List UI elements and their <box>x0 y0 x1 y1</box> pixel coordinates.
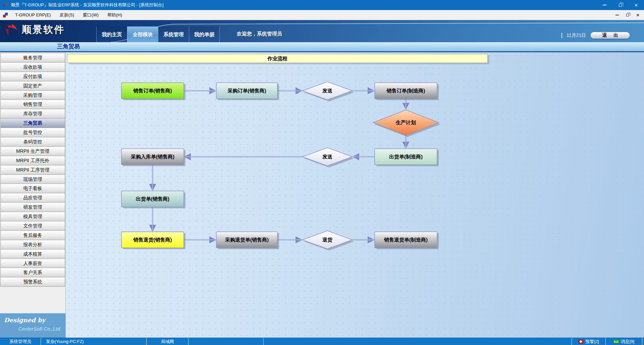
window-controls: × <box>597 0 644 10</box>
status-bar: 系统管理员 复杂(Young-PC:FZ) 局域网 预警[2] 消息[9] <box>0 338 644 345</box>
status-user: 系统管理员 <box>0 338 41 345</box>
sidebar-item[interactable]: 电子看板 <box>0 184 65 193</box>
status-network: 局域网 <box>147 338 189 345</box>
menu-item[interactable]: 皮肤(S) <box>55 10 78 20</box>
sidebar-item[interactable]: 成本核算 <box>0 249 65 259</box>
flow-node-label: 销售订单(销售商) <box>133 88 172 93</box>
flow-node-send-1[interactable]: 发送 <box>303 82 354 101</box>
mdi-close-icon[interactable]: × <box>636 12 639 17</box>
sidebar-item[interactable]: MRPII 工序托外 <box>0 156 65 165</box>
flow-node-label: 采购退货单(销售商) <box>225 237 269 243</box>
message-icon <box>613 340 619 343</box>
flow-node-shipment-seller[interactable]: 出货单(销售商) <box>121 191 185 208</box>
sidebar-items: 账务管理应收款项应付款项固定资产采购管理销售管理库存管理三角贸易批号管控条码管控… <box>0 53 65 287</box>
flow-node-label: 采购入库单(销售商) <box>130 154 174 159</box>
workflow-canvas: 作业流程 销售订单(销售商)采购订单(销售商)发送销售订单(制造商)生产计划采购… <box>66 52 644 338</box>
sidebar-item[interactable]: 固定资产 <box>0 81 65 91</box>
header-banner: 顺景软件 我的主页全部模块系统管理我的单据 欢迎您，系统管理员 11月21日 退… <box>0 20 644 42</box>
app-logo-icon <box>3 2 9 8</box>
sidebar-item[interactable]: 模具管理 <box>0 212 65 221</box>
sidebar-item[interactable]: 人事薪资 <box>0 259 65 268</box>
window-title: 顺景『T-GROUP』制造业ERP系统 - 东莞顺景软件科技有限公司 - [系统… <box>11 2 163 8</box>
flow-node-return-1[interactable]: 退货 <box>303 231 354 251</box>
flow-node-label: 销售订单(制造商) <box>386 88 425 93</box>
sidebar-item[interactable]: 售后服务 <box>0 230 65 240</box>
sidebar-item[interactable]: 客户关系 <box>0 268 65 277</box>
menu-bar: T-GROUP ERP(E)皮肤(S)窗口(W)帮助(H) × <box>0 10 644 20</box>
designed-by-panel: Designed by CenterSoft Co.,Ltd. <box>0 313 65 338</box>
menu-items: T-GROUP ERP(E)皮肤(S)窗口(W)帮助(H) <box>11 10 126 20</box>
minimize-icon[interactable] <box>597 0 612 10</box>
header-tab[interactable]: 我的主页 <box>96 26 127 42</box>
header-tab[interactable]: 我的单据 <box>189 26 220 42</box>
flow-node-label: 采购订单(销售商) <box>227 88 266 93</box>
header-tab[interactable]: 系统管理 <box>158 26 189 42</box>
module-title-bar: 三角贸易 <box>0 42 644 52</box>
sidebar-item[interactable]: 账务管理 <box>0 53 65 63</box>
flow-node-shipment-manufacturer[interactable]: 出货单(制造商) <box>375 149 439 166</box>
sidebar-item[interactable]: 应付款项 <box>0 72 65 81</box>
sidebar-item[interactable]: 报表分析 <box>0 240 65 250</box>
sidebar-item[interactable]: MRPII 工序管理 <box>0 165 65 175</box>
date-label: 11月21日 <box>567 32 586 39</box>
flow-node-production-plan[interactable]: 生产计划 <box>373 110 440 137</box>
status-empty-2 <box>264 338 572 345</box>
sidebar-item[interactable]: 批号管控 <box>0 128 65 137</box>
sidebar-item[interactable]: 研发管理 <box>0 202 65 212</box>
status-host: 复杂(Young-PC:FZ) <box>41 338 147 345</box>
sidebar-item[interactable]: 品质管理 <box>0 193 65 203</box>
flow-node-sales-order-seller[interactable]: 销售订单(销售商) <box>121 83 185 100</box>
flow-node-label: 销售退货单(制造商) <box>384 237 428 243</box>
sidebar-item[interactable]: 采购管理 <box>0 90 65 100</box>
flow-node-label: 发送 <box>322 154 332 159</box>
sidebar-item[interactable]: 销售管理 <box>0 99 65 109</box>
flow-node-label: 生产计划 <box>395 120 416 125</box>
alerts-label: 预警[2] <box>585 339 599 345</box>
flow-node-label: 退货 <box>322 237 333 243</box>
menu-item[interactable]: 窗口(W) <box>78 10 103 20</box>
menu-item[interactable]: 帮助(H) <box>103 10 126 20</box>
flow-node-label: 发送 <box>322 88 332 93</box>
sidebar-item[interactable]: 现场管理 <box>0 175 65 184</box>
title-bar: 顺景『T-GROUP』制造业ERP系统 - 东莞顺景软件科技有限公司 - [系统… <box>0 0 644 10</box>
mdi-minimize-icon[interactable] <box>615 15 619 15</box>
flow-node-label: 销售退货(销售商) <box>133 237 172 243</box>
brand-name: 顺景软件 <box>22 23 65 37</box>
sidebar-item[interactable]: 文件管理 <box>0 221 65 231</box>
flow-node-sales-return-manufacturer[interactable]: 销售退货单(制造商) <box>375 232 439 249</box>
menu-item[interactable]: T-GROUP ERP(E) <box>11 10 55 20</box>
mdi-window-controls: × <box>615 12 644 17</box>
flow-node-send-2[interactable]: 发送 <box>303 148 354 167</box>
brand-logo-icon <box>4 22 19 37</box>
status-end <box>642 338 644 345</box>
flow-node-sales-return-seller[interactable]: 销售退货(销售商) <box>121 232 185 249</box>
header-tabs: 我的主页全部模块系统管理我的单据 <box>96 26 220 42</box>
flow-node-purchase-inbound-seller[interactable]: 采购入库单(销售商) <box>121 149 185 166</box>
restore-icon[interactable] <box>612 0 628 10</box>
status-alerts[interactable]: 预警[2] <box>572 338 606 345</box>
status-messages[interactable]: 消息[9] <box>606 338 642 345</box>
alert-icon <box>578 340 583 344</box>
company-name: CenterSoft Co.,Ltd. <box>4 326 61 332</box>
exit-button[interactable]: 退 出 <box>590 32 630 39</box>
mdi-app-icon <box>3 12 8 18</box>
flowchart-svg: 销售订单(销售商)采购订单(销售商)发送销售订单(制造商)生产计划采购入库单(销… <box>66 52 644 338</box>
flow-node-purchase-return-seller[interactable]: 采购退货单(销售商) <box>216 232 279 249</box>
sidebar-item[interactable]: 条码管控 <box>0 137 65 147</box>
header-right: 11月21日 退 出 <box>561 32 630 39</box>
close-icon[interactable]: × <box>628 0 644 10</box>
sidebar-item[interactable]: 预警系统 <box>0 277 65 287</box>
sidebar-item[interactable]: MRPII 生产管理 <box>0 146 65 156</box>
status-empty-1 <box>189 338 264 345</box>
brand-logo: 顺景软件 <box>4 22 65 37</box>
content-area: 账务管理应收款项应付款项固定资产采购管理销售管理库存管理三角贸易批号管控条码管控… <box>0 52 644 338</box>
sidebar-item[interactable]: 三角贸易 <box>0 118 65 128</box>
flow-node-purchase-order-seller[interactable]: 采购订单(销售商) <box>216 83 279 100</box>
designed-by-text: Designed by <box>4 317 61 324</box>
sidebar-item[interactable]: 库存管理 <box>0 109 65 119</box>
flow-node-sales-order-manufacturer[interactable]: 销售订单(制造商) <box>375 83 439 100</box>
mdi-restore-icon[interactable] <box>626 14 629 16</box>
header-tab[interactable]: 全部模块 <box>127 26 158 42</box>
flow-node-label: 出货单(制造商) <box>389 154 423 160</box>
sidebar-item[interactable]: 应收款项 <box>0 62 65 72</box>
